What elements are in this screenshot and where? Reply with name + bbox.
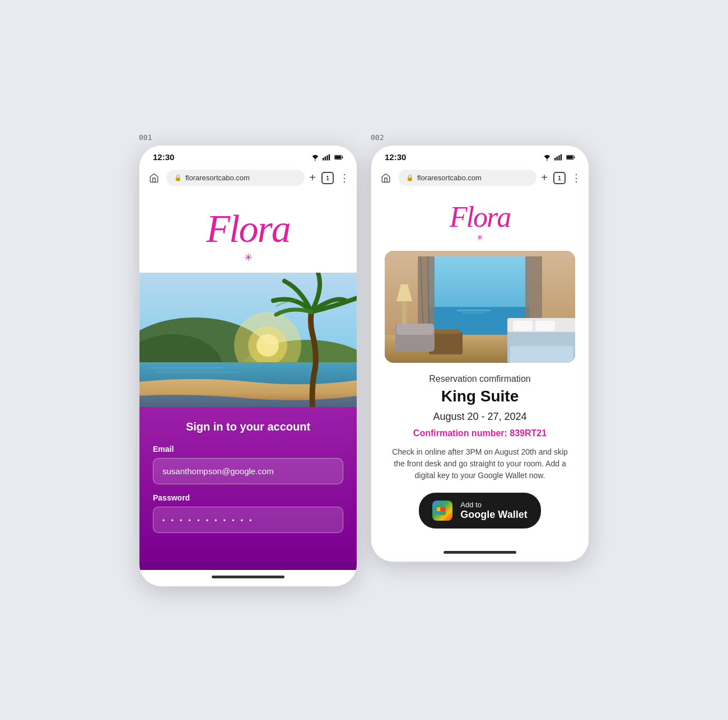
sign-in-section: Sign in to your account Email susanthomp… [139,407,357,559]
battery-icon-2 [566,154,575,161]
main-container: 001 12:30 [139,133,589,587]
svg-rect-37 [510,346,573,363]
room-svg [385,251,575,363]
svg-rect-25 [567,156,573,159]
svg-rect-22 [561,154,562,160]
lock-icon-2: 🔒 [406,174,414,181]
browser-bar-1[interactable]: 🔒 floraresortcabo.com + 1 ⋮ [139,166,357,191]
logo-star-1: ✳ [244,251,253,264]
svg-rect-7 [335,156,341,159]
room-image [385,251,575,363]
email-input[interactable]: susanthompson@google.com [153,458,343,484]
wallet-svg [436,504,449,517]
lock-icon-1: 🔒 [174,174,182,181]
confirmation-number: Confirmation number: 839RT21 [385,428,575,438]
svg-rect-6 [342,156,343,158]
reservation-label: Reservation comfirmation [385,374,575,384]
svg-rect-24 [574,156,575,158]
status-bar-1: 12:30 [139,146,357,166]
flora-logo-2: Flora [450,203,510,232]
svg-rect-44 [402,301,407,324]
password-input[interactable]: • • • • • • • • • • • [153,507,343,533]
svg-rect-41 [432,329,460,334]
svg-rect-2 [325,156,326,160]
home-button-1[interactable] [146,170,162,186]
wallet-add-label: Add to [460,501,527,509]
svg-rect-20 [557,156,558,160]
svg-rect-46 [457,310,491,311]
status-icons-1 [311,154,343,161]
svg-rect-19 [554,157,556,160]
browser-bar-2[interactable]: 🔒 floraresortcabo.com + 1 ⋮ [371,166,589,191]
screen-1-wrapper: 001 12:30 [139,133,357,587]
flora-logo-1: Flora [206,207,290,250]
home-indicator-1 [212,576,284,578]
email-label: Email [153,445,343,453]
tab-badge-1[interactable]: 1 [321,172,334,184]
signal-icon [323,154,332,161]
password-dots: • • • • • • • • • • • [162,517,254,525]
phone1-page-content: Flora ✳ [139,191,357,570]
svg-rect-21 [558,155,559,160]
tab-badge-2[interactable]: 1 [553,172,566,184]
screen-2-number: 002 [371,133,384,142]
status-time-2: 12:30 [385,152,406,162]
wallet-text: Add to Google Wallet [460,501,527,521]
logo-section-2: Flora ✳ [385,203,575,242]
logo-section-1: Flora ✳ [139,191,357,273]
url-bar-1[interactable]: 🔒 floraresortcabo.com [166,170,305,186]
wifi-icon [311,154,320,161]
phone2-page-content: Flora ✳ [371,191,589,545]
beach-image [139,273,357,407]
wifi-icon-2 [543,154,552,161]
url-text-1: floraresortcabo.com [185,174,250,182]
logo-star-2: ✳ [477,233,483,242]
svg-point-0 [315,160,316,161]
checkin-text: Check in online after 3PM on August 20th… [385,446,575,481]
svg-point-18 [547,160,548,161]
svg-rect-51 [440,507,446,511]
svg-rect-43 [396,324,433,335]
status-time-1: 12:30 [153,152,174,162]
svg-rect-3 [326,155,328,160]
svg-rect-1 [323,157,324,160]
screen-1-number: 001 [139,133,152,142]
svg-rect-4 [329,154,330,160]
status-icons-2 [543,154,575,161]
url-bar-2[interactable]: 🔒 floraresortcabo.com [398,170,536,186]
svg-rect-30 [418,256,435,335]
svg-rect-39 [535,321,555,331]
url-text-2: floraresortcabo.com [417,174,482,182]
browser-actions-1: + 1 ⋮ [309,171,350,184]
plus-icon-2[interactable]: + [541,171,548,184]
menu-icon-1[interactable]: ⋮ [339,172,350,184]
password-label: Password [153,493,343,502]
battery-icon [334,154,343,161]
phone-1: 12:30 [139,145,357,587]
browser-actions-2: + 1 ⋮ [541,171,582,184]
add-to-wallet-button[interactable]: Add to Google Wallet [419,493,540,529]
home-indicator-2 [444,551,516,554]
sign-in-title: Sign in to your account [153,420,343,433]
plus-icon-1[interactable]: + [309,171,316,184]
beach-svg [139,273,357,407]
signal-icon-2 [554,154,563,161]
svg-rect-38 [513,321,533,331]
status-bar-2: 12:30 [371,146,589,166]
phone-2: 12:30 [371,145,589,562]
wallet-name-label: Google Wallet [460,509,527,521]
google-wallet-icon [432,501,452,521]
screen-2-wrapper: 002 12:30 [371,133,589,562]
menu-icon-2[interactable]: ⋮ [571,172,582,184]
date-range: August 20 - 27, 2024 [385,411,575,423]
svg-point-14 [256,334,279,357]
email-value: susanthompson@google.com [162,466,274,476]
home-button-2[interactable] [378,170,394,186]
svg-rect-47 [463,312,485,314]
room-title: King Suite [385,387,575,405]
